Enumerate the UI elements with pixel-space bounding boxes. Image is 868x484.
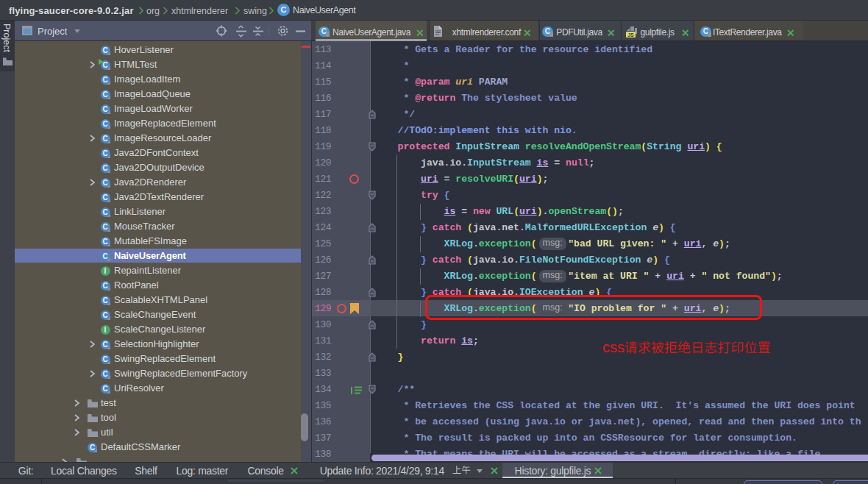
svg-text:JS: JS — [627, 32, 634, 37]
svg-text:css: css — [602, 339, 625, 355]
